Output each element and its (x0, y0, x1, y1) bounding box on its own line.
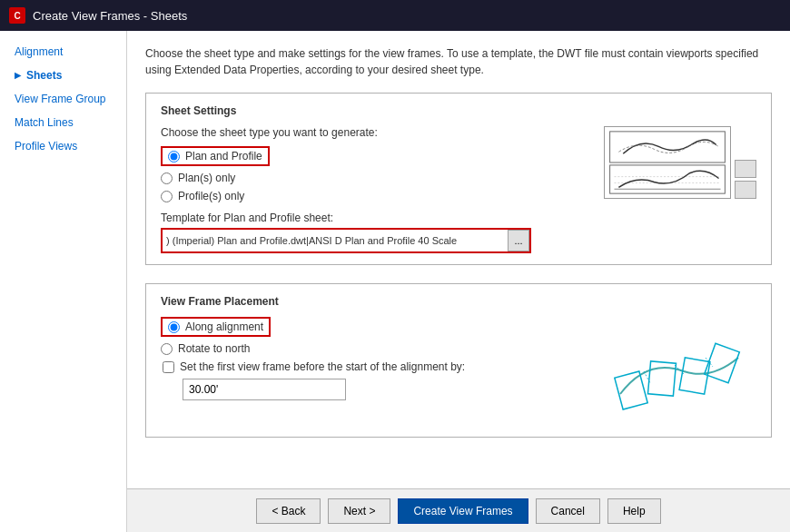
sheet-preview-area (620, 126, 756, 253)
svg-rect-6 (647, 361, 676, 396)
next-button[interactable]: Next > (328, 498, 390, 524)
svg-rect-5 (615, 371, 647, 409)
bottom-bar: < Back Next > Create View Frames Cancel … (127, 488, 790, 532)
plan-profile-label[interactable]: Plan and Profile (185, 150, 262, 163)
rotate-north-radio[interactable] (161, 343, 173, 355)
choose-label: Choose the sheet type you want to genera… (161, 126, 602, 139)
preview-button-1[interactable] (735, 160, 756, 178)
plans-only-label[interactable]: Plan(s) only (161, 172, 602, 184)
rotate-north-group: Rotate to north (161, 342, 584, 355)
vfp-content: Along alignment Rotate to north (161, 317, 756, 426)
plan-profile-radio[interactable] (168, 151, 180, 163)
along-alignment-label[interactable]: Along alignment (185, 320, 263, 333)
profiles-only-label[interactable]: Profile(s) only (161, 190, 602, 202)
cancel-button[interactable]: Cancel (536, 498, 600, 524)
template-input[interactable] (163, 232, 508, 249)
view-frame-placement-section: View Frame Placement Along alignment (145, 283, 772, 438)
template-section: Template for Plan and Profile sheet: ... (161, 212, 602, 253)
along-alignment-radio[interactable] (168, 321, 180, 333)
sheet-settings-section: Sheet Settings Choose the sheet type you… (145, 93, 772, 265)
plans-only-group: Plan(s) only (161, 172, 602, 184)
vfp-title: View Frame Placement (161, 295, 756, 308)
set-first-frame-label[interactable]: Set the first view frame before the star… (180, 360, 465, 373)
vfp-preview (602, 317, 756, 426)
sheet-preview-top (604, 126, 731, 199)
main-content: Choose the sheet type and make settings … (127, 31, 790, 488)
sheet-settings-title: Sheet Settings (161, 104, 756, 117)
sheet-settings-content: Choose the sheet type you want to genera… (161, 126, 756, 253)
create-view-frames-button[interactable]: Create View Frames (398, 498, 528, 524)
help-button[interactable]: Help (607, 498, 661, 524)
profiles-only-radio[interactable] (161, 191, 173, 202)
preview-small-buttons (735, 160, 756, 199)
sidebar-item-sheets[interactable]: Sheets (0, 64, 126, 87)
sidebar-item-view-frame-group[interactable]: View Frame Group (0, 87, 126, 111)
dialog-body: Alignment Sheets View Frame Group Match … (0, 31, 790, 532)
sidebar-item-alignment[interactable]: Alignment (0, 40, 126, 64)
template-label: Template for Plan and Profile sheet: (161, 212, 602, 224)
svg-rect-0 (610, 132, 726, 163)
sidebar-item-match-lines[interactable]: Match Lines (0, 111, 126, 134)
dialog-title: Create View Frames - Sheets (33, 9, 187, 23)
rotate-north-label[interactable]: Rotate to north (161, 342, 584, 355)
title-bar: C Create View Frames - Sheets (0, 0, 790, 31)
profiles-only-group: Profile(s) only (161, 190, 602, 202)
sidebar: Alignment Sheets View Frame Group Match … (0, 31, 127, 532)
offset-checkbox-row: Set the first view frame before the star… (163, 360, 584, 373)
sidebar-item-profile-views[interactable]: Profile Views (0, 134, 126, 158)
plans-only-radio[interactable] (161, 172, 173, 184)
back-button[interactable]: < Back (256, 498, 321, 524)
along-alignment-group: Along alignment (161, 317, 584, 337)
svg-rect-7 (679, 358, 710, 394)
description-text: Choose the sheet type and make settings … (145, 45, 772, 78)
plan-profile-group: Plan and Profile (161, 146, 602, 166)
set-first-frame-checkbox[interactable] (163, 361, 174, 373)
vfp-options: Along alignment Rotate to north (161, 317, 584, 426)
app-icon: C (9, 7, 25, 24)
template-browse-button[interactable]: ... (508, 230, 529, 251)
preview-button-2[interactable] (735, 181, 756, 199)
sheet-options: Choose the sheet type you want to genera… (161, 126, 602, 253)
offset-input[interactable] (183, 379, 346, 400)
